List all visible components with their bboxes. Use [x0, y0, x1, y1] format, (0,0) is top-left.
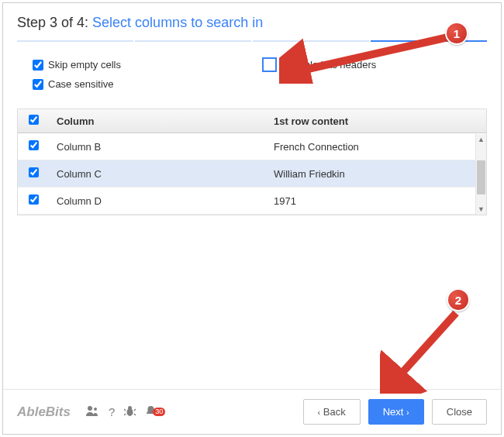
progress-seg-2: [135, 40, 251, 42]
skip-empty-checkbox[interactable]: Skip empty cells: [33, 59, 240, 71]
back-label: Back: [323, 406, 346, 418]
table-row[interactable]: Column D1971: [18, 188, 486, 215]
brand-logo: AbleBits: [17, 404, 71, 420]
close-button[interactable]: Close: [432, 399, 487, 425]
step-title-link[interactable]: Select columns to search in: [92, 15, 263, 30]
next-button[interactable]: Next ›: [368, 399, 424, 425]
step-prefix: Step 3 of 4:: [17, 15, 92, 30]
row-first-content: 1971: [266, 188, 486, 215]
skip-empty-label: Skip empty cells: [48, 59, 121, 71]
bug-icon[interactable]: [124, 405, 136, 419]
progress-seg-1: [17, 40, 133, 42]
row-checkbox-cell[interactable]: [18, 188, 49, 215]
row-checkbox-cell[interactable]: [18, 133, 49, 160]
table-row[interactable]: Column CWilliam Friedkin: [18, 160, 486, 188]
row-first-content: French Connection: [266, 133, 486, 160]
row-column-name: Column C: [49, 160, 266, 188]
notification-icon[interactable]: 30: [145, 405, 157, 419]
chevron-right-icon: ›: [406, 408, 409, 417]
step-header: Step 3 of 4: Select columns to search in: [3, 3, 501, 40]
callout-2: 2: [447, 288, 470, 311]
row-column-name: Column D: [49, 188, 266, 215]
has-headers-checkbox[interactable]: My table has headers: [264, 59, 471, 71]
wizard-dialog: Step 3 of 4: Select columns to search in…: [2, 2, 502, 435]
notification-badge: 30: [153, 408, 165, 416]
svg-line-5: [134, 409, 136, 411]
header-column[interactable]: Column: [49, 109, 266, 133]
dialog-footer: AbleBits ? 30 ‹ Back Next › Close: [3, 389, 501, 434]
svg-point-3: [128, 406, 132, 410]
case-sensitive-label: Case sensitive: [48, 78, 114, 90]
row-checkbox[interactable]: [29, 167, 39, 177]
progress-seg-4: [371, 40, 487, 42]
row-first-content: William Friedkin: [266, 160, 486, 188]
row-checkbox-cell[interactable]: [18, 160, 49, 188]
chevron-left-icon: ‹: [318, 408, 321, 417]
help-icon[interactable]: ?: [109, 405, 115, 418]
table-scrollbar[interactable]: ▲ ▼: [475, 134, 486, 215]
svg-point-0: [88, 406, 92, 411]
close-label: Close: [447, 406, 472, 418]
progress-seg-3: [253, 40, 369, 42]
table-row[interactable]: Column BFrench Connection: [18, 133, 486, 160]
has-headers-label: My table has headers: [280, 59, 376, 71]
scroll-thumb[interactable]: [477, 160, 485, 194]
row-checkbox[interactable]: [29, 194, 39, 205]
scroll-down-arrow[interactable]: ▼: [476, 204, 486, 215]
people-icon[interactable]: [86, 405, 99, 419]
svg-line-6: [124, 414, 126, 415]
back-button[interactable]: ‹ Back: [303, 399, 361, 425]
svg-line-4: [124, 409, 126, 411]
header-first-row[interactable]: 1st row content: [266, 109, 486, 133]
svg-point-1: [94, 408, 97, 411]
skip-empty-input[interactable]: [33, 60, 43, 71]
row-checkbox[interactable]: [29, 140, 39, 150]
columns-table-wrap: Column 1st row content Column BFrench Co…: [17, 108, 487, 215]
scroll-up-arrow[interactable]: ▲: [476, 134, 486, 145]
has-headers-input[interactable]: [264, 59, 275, 71]
case-sensitive-input[interactable]: [33, 79, 43, 90]
select-all-input[interactable]: [29, 115, 39, 125]
svg-line-7: [134, 414, 136, 415]
next-label: Next: [383, 406, 404, 418]
header-select-all[interactable]: [18, 109, 49, 133]
case-sensitive-checkbox[interactable]: Case sensitive: [33, 78, 240, 90]
progress-bar: [17, 40, 487, 42]
row-column-name: Column B: [49, 133, 266, 160]
callout-1: 1: [445, 22, 468, 45]
options-row: Skip empty cells Case sensitive My table…: [3, 59, 501, 108]
columns-table: Column 1st row content Column BFrench Co…: [18, 109, 486, 215]
